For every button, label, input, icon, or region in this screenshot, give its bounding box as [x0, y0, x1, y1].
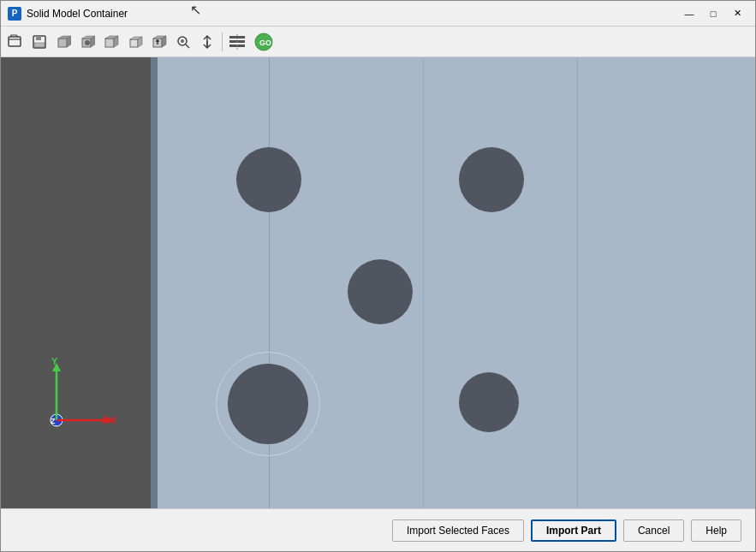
svg-text:GO: GO [259, 39, 271, 47]
svg-rect-0 [9, 37, 21, 46]
import-selected-faces-button[interactable]: Import Selected Faces [392, 519, 524, 542]
footer: Import Selected Faces Import Part Cancel… [1, 508, 755, 551]
svg-text:X: X [110, 415, 117, 425]
toolbar-save-btn[interactable] [28, 31, 51, 53]
title-bar-left: P Solid Model Container [8, 7, 128, 21]
maximize-button[interactable]: □ [702, 5, 724, 22]
hole-bottom-left-selected[interactable] [228, 364, 308, 444]
toolbar-cube2-btn[interactable] [76, 31, 98, 53]
svg-point-6 [85, 40, 90, 45]
axes-widget: Z Y X [27, 356, 121, 453]
toolbar-zoom-btn[interactable] [172, 31, 194, 53]
svg-text:Y: Y [51, 356, 58, 366]
hole-bottom-right[interactable] [459, 372, 519, 432]
svg-rect-8 [130, 39, 138, 47]
app-icon: P [8, 7, 21, 21]
hole-center[interactable] [348, 259, 413, 324]
toolbar-go-btn[interactable]: GO [250, 31, 277, 53]
toolbar-separator [222, 33, 223, 51]
toolbar-align-btn[interactable] [226, 31, 248, 53]
window-title: Solid Model Container [27, 8, 128, 20]
main-window: P Solid Model Container — □ ✕ [0, 0, 756, 552]
title-bar: P Solid Model Container — □ ✕ [1, 1, 755, 27]
toolbar-cube4-btn[interactable] [124, 31, 146, 53]
close-button[interactable]: ✕ [726, 5, 748, 22]
toolbar-cube5-btn[interactable] [148, 31, 170, 53]
window-controls: — □ ✕ [678, 5, 748, 22]
toolbar-pointer-btn[interactable] [196, 31, 218, 53]
main-viewport[interactable]: Z Y X [1, 57, 755, 508]
vline-3 [577, 57, 578, 508]
svg-rect-7 [105, 39, 114, 47]
cancel-button[interactable]: Cancel [623, 519, 684, 542]
svg-rect-3 [34, 43, 45, 47]
help-button[interactable]: Help [691, 519, 741, 542]
svg-rect-2 [36, 36, 41, 40]
svg-rect-4 [58, 39, 67, 47]
hole-top-right[interactable] [459, 147, 524, 212]
toolbar: GO ↖ [1, 27, 755, 57]
hole-top-left[interactable] [236, 147, 301, 212]
viewport-plate [158, 57, 755, 508]
viewport-border-strip [151, 57, 158, 508]
selection-ring [216, 352, 320, 456]
toolbar-cube1-btn[interactable] [52, 31, 74, 53]
vline-2 [423, 57, 424, 508]
toolbar-cube3-btn[interactable] [100, 31, 122, 53]
svg-text:Z: Z [51, 417, 56, 425]
toolbar-open-btn[interactable] [4, 31, 27, 53]
svg-point-11 [181, 39, 184, 43]
import-part-button[interactable]: Import Part [531, 519, 616, 542]
minimize-button[interactable]: — [678, 5, 700, 22]
